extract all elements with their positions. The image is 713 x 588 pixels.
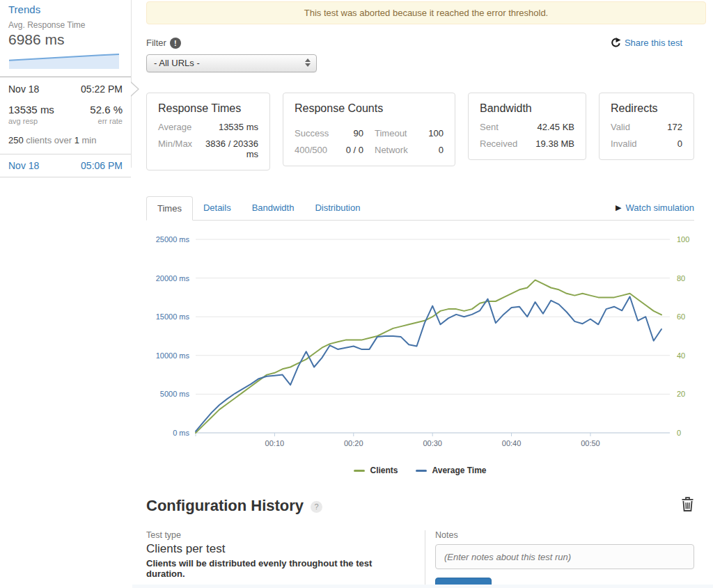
summary-cards: Response Times Average13535 ms Min/Max38… <box>146 93 694 170</box>
help-icon[interactable]: ? <box>311 501 322 513</box>
redirects-card: Redirects Valid172 Invalid0 <box>599 93 694 160</box>
share-icon <box>611 38 621 48</box>
chart-legend: Clients Average Time <box>146 466 694 475</box>
svg-text:15000 ms: 15000 ms <box>156 312 190 321</box>
test-type-column: Test type Clients per test Clients will … <box>146 530 425 588</box>
err-rate-sublabel: err rate <box>98 117 123 125</box>
run-time: 05:22 PM <box>81 84 123 95</box>
delete-test-button[interactable] <box>681 497 694 514</box>
avg-response-time-label: Avg. Response Time <box>8 20 123 30</box>
trash-icon <box>681 497 694 511</box>
notes-label: Notes <box>435 530 694 540</box>
card-title: Response Times <box>158 102 258 115</box>
run-error-rate: 52.6 % <box>90 104 123 116</box>
avg-response-time-value: 6986 ms <box>8 31 123 48</box>
response-counts-card: Response Counts Success90 Timeout100 400… <box>283 93 455 166</box>
trends-link[interactable]: Trends <box>8 3 123 15</box>
svg-text:00:10: 00:10 <box>265 439 285 447</box>
tab-times[interactable]: Times <box>146 196 193 221</box>
configuration-history-section: Configuration History ? Test type Client… <box>146 497 694 588</box>
bandwidth-card: Bandwidth Sent42.45 KB Received19.38 MB <box>468 93 586 160</box>
card-title: Response Counts <box>295 102 444 115</box>
test-type-label: Test type <box>146 530 407 540</box>
select-caret-icon <box>305 58 311 67</box>
svg-text:0: 0 <box>677 429 681 437</box>
tab-bandwidth[interactable]: Bandwidth <box>242 196 305 221</box>
svg-text:10000 ms: 10000 ms <box>156 351 190 360</box>
run-avg-response: 13535 ms <box>8 104 54 116</box>
legend-item-clients[interactable]: Clients <box>354 466 398 475</box>
svg-text:00:20: 00:20 <box>344 439 363 447</box>
average-time-swatch <box>416 470 427 472</box>
svg-text:0 ms: 0 ms <box>173 429 189 437</box>
card-title: Redirects <box>611 102 682 115</box>
card-title: Bandwidth <box>480 102 574 115</box>
trends-sidebar: Trends Avg. Response Time 6986 ms Nov 18… <box>0 0 132 168</box>
svg-text:40: 40 <box>677 351 685 360</box>
svg-text:00:50: 00:50 <box>581 439 600 447</box>
chart-tabs: Times Details Bandwidth Distribution ▶ W… <box>146 196 694 221</box>
test-type-value: Clients per test <box>146 542 407 556</box>
play-icon: ▶ <box>616 203 621 212</box>
test-type-description: Clients will be distributed evenly throu… <box>146 558 407 579</box>
line-chart-canvas: 0 ms5000 ms10000 ms15000 ms20000 ms25000… <box>146 232 694 456</box>
tab-details[interactable]: Details <box>193 196 242 221</box>
response-time-chart: 0 ms5000 ms10000 ms15000 ms20000 ms25000… <box>146 232 694 475</box>
url-filter-select[interactable]: - All URLs - <box>146 54 317 72</box>
next-section-edge <box>132 585 713 588</box>
svg-text:20: 20 <box>677 390 685 398</box>
legend-item-average-time[interactable]: Average Time <box>416 466 486 475</box>
configuration-history-title: Configuration History <box>146 497 304 515</box>
test-run-item-selected[interactable]: Nov 18 05:22 PM 13535 ms 52.6 % avg resp… <box>0 77 131 154</box>
run-date: Nov 18 <box>8 84 39 95</box>
filter-info-icon[interactable]: ! <box>170 38 181 49</box>
main-content: This test was aborted because it reached… <box>146 0 706 588</box>
svg-text:5000 ms: 5000 ms <box>160 390 190 398</box>
test-run-item[interactable]: Nov 18 05:06 PM <box>0 154 131 177</box>
svg-text:25000 ms: 25000 ms <box>156 235 190 244</box>
svg-text:00:40: 00:40 <box>502 439 522 447</box>
watch-simulation-link[interactable]: ▶ Watch simulation <box>616 202 694 213</box>
response-times-card: Response Times Average13535 ms Min/Max38… <box>146 93 270 170</box>
tab-distribution[interactable]: Distribution <box>304 196 370 221</box>
svg-text:20000 ms: 20000 ms <box>156 274 190 283</box>
clients-swatch <box>354 470 365 472</box>
notes-input[interactable] <box>435 544 694 569</box>
share-test-link[interactable]: Share this test <box>611 38 682 48</box>
avg-resp-sublabel: avg resp <box>8 117 38 125</box>
notes-column: Notes Edit Note <box>425 530 694 588</box>
trend-sparkline-chart <box>9 51 120 71</box>
svg-text:60: 60 <box>677 312 685 321</box>
svg-text:100: 100 <box>677 235 689 244</box>
filter-label: Filter ! <box>146 38 181 49</box>
run-date: Nov 18 <box>8 160 39 171</box>
aborted-warning-banner: This test was aborted because it reached… <box>146 1 706 24</box>
run-clients-summary: 250 clients over 1 min <box>8 135 123 145</box>
svg-text:80: 80 <box>677 274 685 283</box>
svg-text:00:30: 00:30 <box>423 439 442 447</box>
run-time: 05:06 PM <box>81 160 123 171</box>
